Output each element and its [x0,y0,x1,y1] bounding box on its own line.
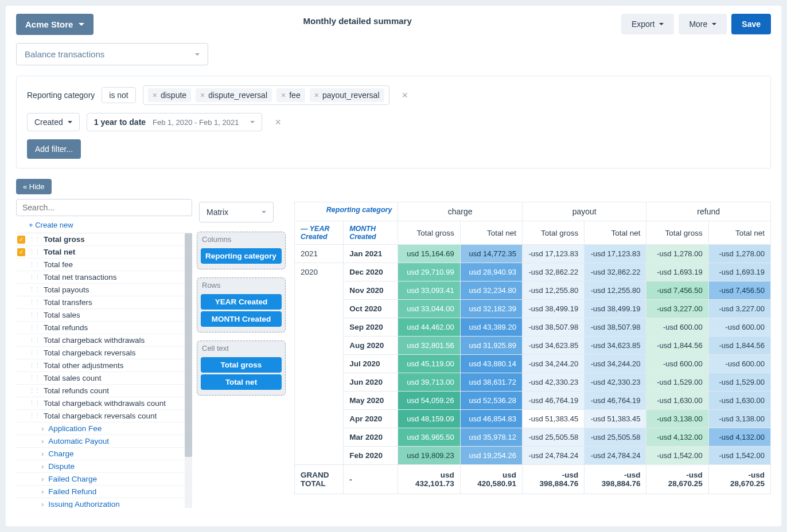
grip-icon[interactable]: ⋮⋮ [29,248,40,256]
grip-icon[interactable]: ⋮⋮ [29,412,40,420]
value-cell: -usd 34,623.85 [522,337,584,355]
close-icon[interactable]: × [281,91,286,100]
measure-item[interactable]: ⋮⋮Total refunds count [16,384,192,397]
cells-dropzone[interactable]: Cell text Total gross Total net [197,341,286,396]
grip-icon[interactable]: ⋮⋮ [29,362,40,369]
create-new-link[interactable]: Create new [16,216,192,233]
grip-icon[interactable]: ⋮⋮ [29,387,40,394]
view-mode-select[interactable]: Matrix [199,202,274,222]
value-cell: -usd 4,132.00 [646,428,708,447]
category-expander[interactable]: Failed Refund [16,485,192,498]
value-cell: -usd 3,138.00 [646,410,708,428]
category-expander[interactable]: Failed Charge [16,472,192,485]
more-button[interactable]: More [679,14,727,34]
measure-item[interactable]: ⋮⋮Total chargeback withdrawals count [16,397,192,409]
filter-tag[interactable]: ×fee [276,88,305,102]
measure-item[interactable]: ✓ ⋮⋮ Total net [16,245,192,258]
dropzone-label: Columns [200,233,283,247]
export-button[interactable]: Export [621,14,674,34]
field-pill[interactable]: Total gross [201,357,282,373]
measure-item[interactable]: ✓ ⋮⋮ Total gross [16,233,192,245]
page-title: Monthly detailed summary [93,14,621,26]
category-header: charge [398,202,523,221]
measure-item[interactable]: ⋮⋮Total payouts [16,283,192,296]
value-cell: -usd 600.00 [646,318,708,337]
remove-filter-icon[interactable]: × [402,90,408,100]
year-header[interactable]: — YEAR Created [295,221,344,245]
measure-item[interactable]: ⋮⋮Total sales count [16,371,192,384]
filter-tag[interactable]: ×payout_reversal [310,88,384,102]
store-dropdown[interactable]: Acme Store [16,14,93,35]
grip-icon[interactable]: ⋮⋮ [29,299,40,306]
value-cell: -usd 1,529.00 [708,373,770,392]
add-filter-button[interactable]: Add filter... [27,139,81,159]
scrollbar-track[interactable] [185,233,192,508]
value-cell: -usd 1,529.00 [646,373,708,392]
category-expander[interactable]: Issuing Authorization [16,498,192,508]
filter-field: Reporting category [27,91,95,100]
scrollbar-thumb[interactable] [185,233,192,457]
date-range-select[interactable]: 1 year to date Feb 1, 2020 - Feb 1, 2021 [87,113,263,131]
measure-item[interactable]: ⋮⋮Total chargeback reversals [16,346,192,359]
matrix-table: Reporting category charge payout refund … [294,202,771,494]
filter-tag[interactable]: ×dispute_reversal [196,88,272,102]
grip-icon[interactable]: ⋮⋮ [29,273,40,281]
filter-condition[interactable]: is not [102,87,135,103]
value-cell: -usd 12,255.80 [585,281,646,300]
measure-item[interactable]: ⋮⋮Total sales [16,308,192,321]
filter-values[interactable]: ×dispute ×dispute_reversal ×fee ×payout_… [143,85,389,105]
category-expander[interactable]: Application Fee [16,422,192,435]
value-cell: -usd 1,630.00 [708,392,770,410]
grip-icon[interactable]: ⋮⋮ [29,236,40,243]
measure-item[interactable]: ⋮⋮Total transfers [16,296,192,308]
value-cell: -usd 28,670.25 [646,465,708,494]
data-source-select[interactable]: Balance transactions [16,43,208,65]
measure-item[interactable]: ⋮⋮Total refunds [16,321,192,334]
grip-icon[interactable]: ⋮⋮ [29,324,40,331]
grip-icon[interactable]: ⋮⋮ [29,311,40,319]
close-icon[interactable]: × [153,91,157,100]
field-pill[interactable]: Total net [201,374,282,390]
measure-item[interactable]: ⋮⋮Total other adjustments [16,359,192,371]
measure-item[interactable]: ⋮⋮Total chargeback reversals count [16,409,192,422]
measure-item[interactable]: ⋮⋮Total chargeback withdrawals [16,334,192,346]
measure-item[interactable]: ⋮⋮Total net transactions [16,271,192,283]
grip-icon[interactable]: ⋮⋮ [29,261,40,268]
grip-icon[interactable]: ⋮⋮ [29,337,40,344]
grip-icon[interactable]: ⋮⋮ [29,374,40,382]
category-expander[interactable]: Charge [16,447,192,460]
value-cell: usd 43,389.20 [460,318,522,337]
grip-icon[interactable]: ⋮⋮ [29,400,40,407]
value-cell: -usd 3,227.00 [646,300,708,318]
value-cell: usd 32,182.39 [460,300,522,318]
search-input[interactable] [16,199,192,216]
date-field-select[interactable]: Created [27,113,80,131]
field-pill[interactable]: YEAR Created [201,294,282,310]
close-icon[interactable]: × [200,91,205,100]
measure-item[interactable]: ⋮⋮Total fee [16,258,192,271]
grip-icon[interactable]: ⋮⋮ [29,286,40,294]
checkbox-icon[interactable]: ✓ [17,236,25,244]
checkbox-icon[interactable]: ✓ [17,248,25,256]
value-cell: -usd 1,278.00 [708,245,770,263]
value-cell: usd 39,713.00 [398,373,460,392]
month-header[interactable]: MONTH Created [344,221,398,245]
rows-dropzone[interactable]: Rows YEAR Created MONTH Created [197,277,286,332]
save-button[interactable]: Save [731,14,771,34]
remove-filter-icon[interactable]: × [275,117,281,127]
chevron-down-icon [262,211,266,213]
grip-icon[interactable]: ⋮⋮ [29,349,40,357]
close-icon[interactable]: × [314,91,319,100]
month-cell: Oct 2020 [344,300,398,318]
category-expander[interactable]: Automatic Payout [16,435,192,447]
field-pill[interactable]: Reporting category [201,248,282,264]
field-pill[interactable]: MONTH Created [201,311,282,327]
columns-dropzone[interactable]: Columns Reporting category [197,232,286,269]
category-expander[interactable]: Dispute [16,460,192,472]
value-cell: usd 45,119.00 [398,355,460,373]
value-cell: -usd 1,542.00 [646,447,708,465]
hide-sidebar-button[interactable]: « Hide [16,179,52,194]
value-cell: -usd 38,499.19 [585,300,646,318]
filters-panel: Reporting category is not ×dispute ×disp… [16,76,771,169]
filter-tag[interactable]: ×dispute [148,88,191,102]
